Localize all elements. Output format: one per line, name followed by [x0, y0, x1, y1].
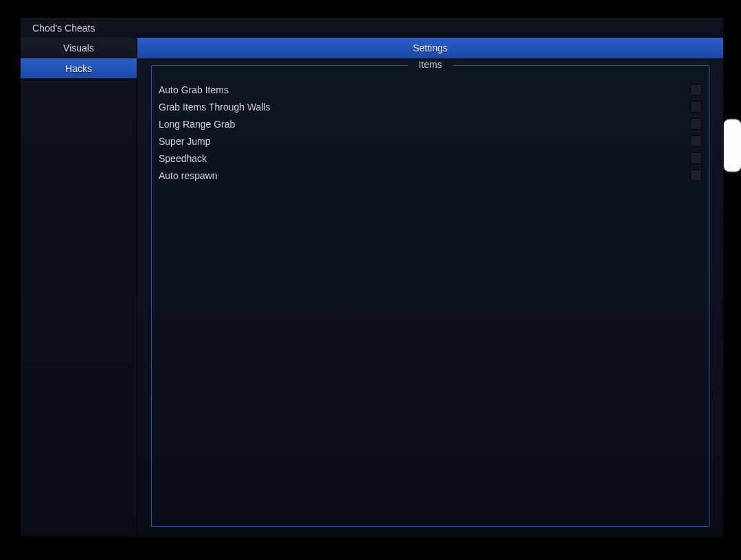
fieldset-legend: Items: [406, 59, 454, 70]
option-checkbox[interactable]: [690, 135, 702, 147]
window-title: Chod's Cheats: [32, 23, 95, 34]
title-bar[interactable]: Chod's Cheats: [21, 18, 723, 38]
panel-title-bar: Settings: [137, 38, 723, 58]
option-row: Auto respawn: [159, 167, 702, 184]
option-row: Long Range Grab: [159, 115, 702, 132]
tab-label: Hacks: [65, 63, 92, 74]
window-body: Visuals Hacks Settings Items Auto: [21, 38, 723, 537]
option-label: Super Jump: [159, 136, 210, 147]
content-body: Items Auto Grab ItemsGrab Items Through …: [137, 58, 723, 537]
tab-hacks[interactable]: Hacks: [21, 58, 137, 78]
option-label: Speedhack: [159, 153, 207, 164]
content-panel: Settings Items Auto Grab ItemsGrab Items…: [137, 38, 723, 537]
fieldset-legend-text: Items: [413, 59, 447, 70]
side-widget[interactable]: [722, 118, 741, 173]
option-row: Auto Grab Items: [159, 81, 702, 98]
panel-title: Settings: [413, 43, 448, 54]
option-row: Speedhack: [159, 150, 702, 167]
option-label: Auto respawn: [159, 170, 218, 181]
option-checkbox[interactable]: [690, 101, 702, 113]
option-label: Grab Items Through Walls: [159, 102, 271, 113]
option-checkbox[interactable]: [690, 152, 702, 164]
options-fieldset: Items Auto Grab ItemsGrab Items Through …: [151, 65, 709, 527]
option-label: Long Range Grab: [159, 119, 235, 130]
tab-label: Visuals: [63, 43, 94, 54]
options-list: Auto Grab ItemsGrab Items Through WallsL…: [159, 81, 702, 184]
option-row: Super Jump: [159, 132, 702, 150]
sidebar-filler: [21, 78, 137, 537]
option-checkbox[interactable]: [690, 170, 702, 181]
sidebar: Visuals Hacks: [21, 38, 137, 537]
cheat-window: Chod's Cheats Visuals Hacks Settings Ite…: [21, 18, 723, 537]
option-checkbox[interactable]: [690, 118, 702, 130]
option-row: Grab Items Through Walls: [159, 98, 702, 115]
option-checkbox[interactable]: [690, 84, 702, 95]
tab-visuals[interactable]: Visuals: [21, 38, 137, 58]
option-label: Auto Grab Items: [159, 84, 229, 95]
